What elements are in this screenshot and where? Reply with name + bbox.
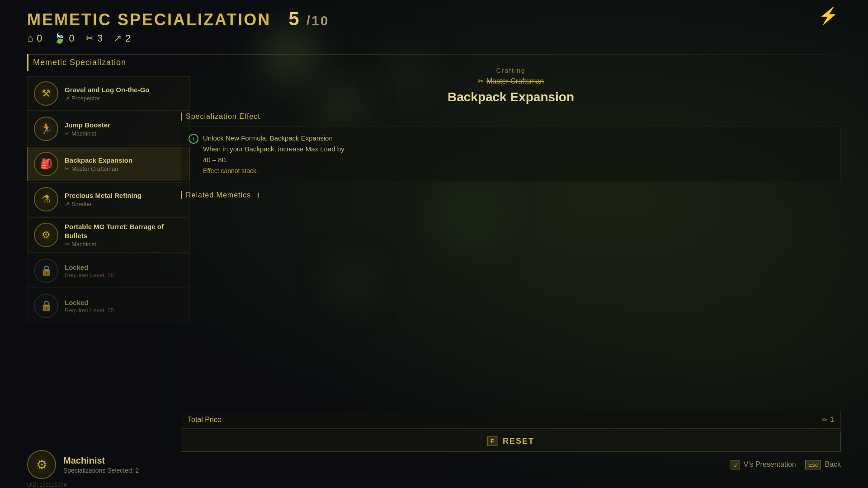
skill-type-icon: ✂ <box>478 77 484 85</box>
skill-info-backpack-expansion: Backpack Expansion ✂ Master Craftsman <box>65 156 183 173</box>
stat-leaf: 🍃 0 <box>53 33 75 44</box>
title-current: 5 <box>288 8 300 29</box>
skill-sub-icon-backpack-expansion: ✂ <box>65 165 70 172</box>
stat-home-value: 0 <box>37 33 42 44</box>
skill-req-level-1: 30 <box>108 272 114 278</box>
skill-sub-label-jump-booster: Machinist <box>71 130 96 137</box>
skill-info-gravel-log: Gravel and Log On-the-Go ↗ Prospector <box>65 85 183 102</box>
panel-title: Memetic Specialization <box>27 54 190 71</box>
page-title: MEMETIC SPECIALIZATION 5 /10 <box>27 8 329 30</box>
effect-warning: Effect cannot stack. <box>203 167 344 174</box>
skill-sub-label-precious-metal: Smelter <box>71 201 92 207</box>
skill-item-locked-2: 🔒 Locked Required Level: 35 <box>27 289 190 323</box>
effect-box: + Unlock New Formula: Backpack Expansion… <box>181 126 841 181</box>
footer-controls: J V's Presentation Esc Back <box>731 460 841 469</box>
skill-sub-locked-1: Required Level: 30 <box>65 272 183 278</box>
character-text: Machinist Specializations Selected: 2 <box>63 455 139 474</box>
skill-sub-label-gravel-log: Prospector <box>71 95 100 102</box>
skill-sub-precious-metal: ↗ Smelter <box>65 201 183 207</box>
character-info: ⚙ Machinist Specializations Selected: 2 <box>27 450 139 479</box>
skill-type-badge: ✂ Master Craftsman <box>181 77 841 85</box>
skill-name-portable-mg: Portable MG Turret: Barrage of Bullets <box>65 222 183 240</box>
skill-info-locked-1: Locked Required Level: 30 <box>65 263 183 279</box>
effect-content: Unlock New Formula: Backpack Expansion W… <box>203 133 344 174</box>
price-amount: 1 <box>830 416 834 424</box>
skill-item-precious-metal[interactable]: ⚗ Precious Metal Refining ↗ Smelter <box>27 182 190 216</box>
skill-icon-locked-1: 🔒 <box>34 258 58 283</box>
skill-item-portable-mg[interactable]: ⚙ Portable MG Turret: Barrage of Bullets… <box>27 217 190 253</box>
related-header: Related Memetics ℹ <box>181 191 841 199</box>
title-total: 10 <box>311 13 329 28</box>
skill-sub-jump-booster: ✂ Machinist <box>65 130 183 137</box>
effect-text: Unlock New Formula: Backpack Expansion W… <box>203 133 344 165</box>
skill-type-label: Master Craftsman <box>486 77 544 85</box>
home-icon: ⌂ <box>27 33 33 44</box>
detail-title: Backpack Expansion <box>181 90 841 104</box>
stat-craft: ✂ 3 <box>85 33 103 44</box>
top-right-icon: ⚡ <box>818 6 841 29</box>
ctrl-presentation-label: V's Presentation <box>744 460 796 469</box>
reset-key-badge: F <box>487 436 498 446</box>
currency-icon: ✏ <box>822 416 827 423</box>
price-value: ✏ 1 <box>822 416 834 424</box>
related-section: Related Memetics ℹ <box>181 191 841 205</box>
skill-info-jump-booster: Jump Booster ✂ Machinist <box>65 121 183 137</box>
title-separator: / <box>307 13 311 28</box>
skill-sub-locked-2: Required Level: 35 <box>65 307 183 314</box>
skill-name-jump-booster: Jump Booster <box>65 121 183 130</box>
skill-icon-gravel-log: ⚒ <box>34 81 58 106</box>
skill-item-locked-1: 🔒 Locked Required Level: 30 <box>27 253 190 288</box>
skill-sub-label-backpack-expansion: Master Craftsman <box>71 165 118 172</box>
pick-icon: ↗ <box>113 33 122 44</box>
skill-sub-icon-gravel-log: ↗ <box>65 95 70 102</box>
effect-plus-icon: + <box>189 134 198 144</box>
stat-leaf-value: 0 <box>69 33 75 44</box>
skill-icon-jump-booster: 🏃 <box>34 117 58 141</box>
skill-item-jump-booster[interactable]: 🏃 Jump Booster ✂ Machinist <box>27 112 190 146</box>
skill-item-backpack-expansion[interactable]: 🎒 Backpack Expansion ✂ Master Craftsman <box>27 147 190 181</box>
skill-sub-gravel-log: ↗ Prospector <box>65 95 183 102</box>
right-panel: Crafting ✂ Master Craftsman Backpack Exp… <box>181 67 841 452</box>
craft-icon: ✂ <box>85 33 94 44</box>
ctrl-back-label: Back <box>825 460 841 469</box>
stats-bar: ⌂ 0 🍃 0 ✂ 3 ↗ 2 <box>27 33 131 44</box>
skill-name-precious-metal: Precious Metal Refining <box>65 191 183 200</box>
ctrl-j-key: J <box>731 460 740 469</box>
reset-label: RESET <box>503 436 534 446</box>
ctrl-back[interactable]: Esc Back <box>805 460 841 469</box>
footer: ⚙ Machinist Specializations Selected: 2 … <box>27 450 841 479</box>
stat-home: ⌂ 0 <box>27 33 42 44</box>
leaf-icon: 🍃 <box>53 33 66 44</box>
skill-name-gravel-log: Gravel and Log On-the-Go <box>65 85 183 94</box>
skill-list: ⚒ Gravel and Log On-the-Go ↗ Prospector … <box>27 76 190 323</box>
left-panel: Memetic Specialization ⚒ Gravel and Log … <box>27 54 190 452</box>
related-header-text: Related Memetics <box>186 191 251 199</box>
price-label: Total Price <box>188 416 822 424</box>
skill-item-gravel-log[interactable]: ⚒ Gravel and Log On-the-Go ↗ Prospector <box>27 76 190 111</box>
skill-name-locked-2: Locked <box>65 298 183 307</box>
skill-sub-icon-portable-mg: ✂ <box>65 241 70 248</box>
skill-req-level-2: 35 <box>108 307 114 314</box>
skill-icon-backpack-expansion: 🎒 <box>34 152 58 176</box>
skill-sub-icon-jump-booster: ✂ <box>65 130 70 137</box>
character-icon: ⚙ <box>27 450 56 479</box>
character-name: Machinist <box>63 455 139 466</box>
skill-sub-backpack-expansion: ✂ Master Craftsman <box>65 165 183 172</box>
skill-sub-portable-mg: ✂ Machinist <box>65 241 183 248</box>
vertical-divider <box>172 67 172 452</box>
effect-row: + Unlock New Formula: Backpack Expansion… <box>189 133 833 174</box>
character-sub: Specializations Selected: 2 <box>63 467 139 474</box>
skill-sub-icon-precious-metal: ↗ <box>65 201 70 207</box>
skill-info-precious-metal: Precious Metal Refining ↗ Smelter <box>65 191 183 208</box>
skill-icon-locked-2: 🔒 <box>34 294 58 318</box>
related-info-icon: ℹ <box>257 192 260 199</box>
crafting-label: Crafting <box>181 67 841 74</box>
uid-text: UID: 150015074 <box>27 482 66 488</box>
reset-button[interactable]: F RESET <box>181 431 841 452</box>
title-prefix: MEMETIC SPECIALIZATION <box>27 10 271 29</box>
ctrl-presentation[interactable]: J V's Presentation <box>731 460 796 469</box>
stat-craft-value: 3 <box>97 33 103 44</box>
skill-icon-portable-mg: ⚙ <box>34 223 58 247</box>
spec-effect-header: Specialization Effect <box>181 113 841 121</box>
skill-sub-label-portable-mg: Machinist <box>71 241 96 248</box>
